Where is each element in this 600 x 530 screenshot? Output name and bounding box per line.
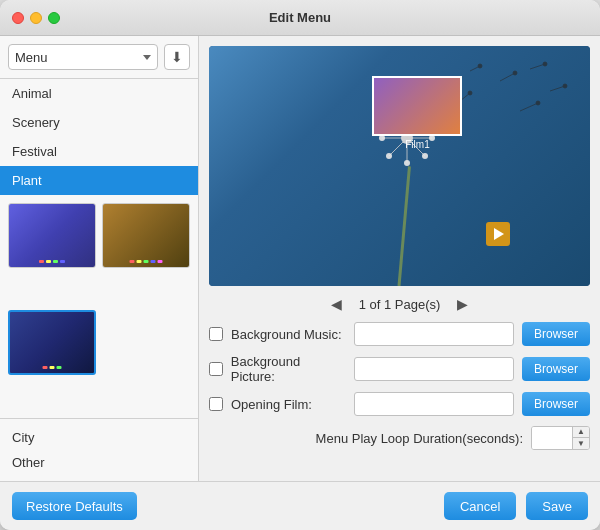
- svg-point-10: [404, 160, 410, 166]
- cancel-button[interactable]: Cancel: [444, 492, 516, 520]
- thumbnail-item-2[interactable]: [102, 203, 190, 268]
- bg-music-browser-button[interactable]: Browser: [522, 322, 590, 346]
- download-button[interactable]: ⬇: [164, 44, 190, 70]
- svg-point-16: [386, 153, 392, 159]
- thumbnails-grid: [0, 195, 198, 418]
- opening-film-input[interactable]: [354, 392, 514, 416]
- close-button[interactable]: [12, 12, 24, 24]
- bg-picture-label: Background Picture:: [231, 354, 346, 384]
- content-area: Menu ⬇ Animal Scenery Festival Plant: [0, 36, 600, 481]
- svg-point-24: [563, 84, 567, 88]
- svg-point-20: [513, 71, 517, 75]
- menu-select[interactable]: Menu: [8, 44, 158, 70]
- sidebar-item-animal[interactable]: Animal: [0, 79, 198, 108]
- loop-stepper: ▲ ▼: [572, 427, 589, 449]
- page-info: 1 of 1 Page(s): [359, 297, 441, 312]
- svg-point-18: [478, 64, 482, 68]
- restore-defaults-button[interactable]: Restore Defaults: [12, 492, 137, 520]
- play-icon: [494, 228, 504, 240]
- play-button[interactable]: [486, 222, 510, 246]
- bg-picture-browser-button[interactable]: Browser: [522, 357, 590, 381]
- sidebar-item-scenery[interactable]: Scenery: [0, 108, 198, 137]
- svg-line-19: [500, 73, 515, 81]
- bg-music-input[interactable]: [354, 322, 514, 346]
- sidebar-item-other[interactable]: Other: [0, 450, 198, 475]
- sidebar-item-plant[interactable]: Plant: [0, 166, 198, 195]
- window-controls: [12, 12, 60, 24]
- loop-input-group: 30 ▲ ▼: [531, 426, 590, 450]
- opening-film-checkbox[interactable]: [209, 397, 223, 411]
- film-thumbnail-label: Film1: [405, 139, 429, 150]
- menu-category-list: Animal Scenery Festival Plant: [0, 79, 198, 195]
- svg-point-26: [468, 91, 472, 95]
- thumbnail-item-3[interactable]: [8, 310, 96, 375]
- flying-seeds: [450, 61, 570, 144]
- sidebar-item-festival[interactable]: Festival: [0, 137, 198, 166]
- bg-music-label: Background Music:: [231, 327, 346, 342]
- bg-music-row: Background Music: Browser: [209, 322, 590, 346]
- loop-duration-row: Menu Play Loop Duration(seconds): 30 ▲ ▼: [209, 426, 590, 450]
- pagination-bar: ◀ 1 of 1 Page(s) ▶: [209, 286, 590, 322]
- svg-point-28: [536, 101, 540, 105]
- footer: Restore Defaults Cancel Save: [0, 481, 600, 530]
- bg-music-checkbox[interactable]: [209, 327, 223, 341]
- maximize-button[interactable]: [48, 12, 60, 24]
- title-bar: Edit Menu: [0, 0, 600, 36]
- bg-picture-row: Background Picture: Browser: [209, 354, 590, 384]
- opening-film-label: Opening Film:: [231, 397, 346, 412]
- svg-point-14: [422, 153, 428, 159]
- preview-background: Film1: [209, 46, 590, 286]
- sidebar: Menu ⬇ Animal Scenery Festival Plant: [0, 36, 199, 481]
- svg-line-27: [520, 103, 538, 111]
- sidebar-toolbar: Menu ⬇: [0, 36, 198, 79]
- save-button[interactable]: Save: [526, 492, 588, 520]
- loop-increment-button[interactable]: ▲: [573, 427, 589, 438]
- sidebar-item-city[interactable]: City: [0, 425, 198, 450]
- dandelion-stem: [398, 166, 411, 286]
- sidebar-extra-items: City Other: [0, 418, 198, 481]
- next-page-button[interactable]: ▶: [452, 294, 472, 314]
- svg-line-8: [389, 138, 407, 156]
- bg-picture-checkbox[interactable]: [209, 362, 223, 376]
- opening-film-browser-button[interactable]: Browser: [522, 392, 590, 416]
- loop-duration-label: Menu Play Loop Duration(seconds):: [316, 431, 523, 446]
- opening-film-row: Opening Film: Browser: [209, 392, 590, 416]
- window-title: Edit Menu: [269, 10, 331, 25]
- minimize-button[interactable]: [30, 12, 42, 24]
- footer-actions: Cancel Save: [444, 492, 588, 520]
- bg-picture-input[interactable]: [354, 357, 514, 381]
- main-panel: Film1 ◀ 1 of 1 Page(s) ▶ Background: [199, 36, 600, 481]
- thumbnail-item-1[interactable]: [8, 203, 96, 268]
- loop-duration-input[interactable]: 30: [532, 427, 572, 449]
- film-thumbnail[interactable]: Film1: [372, 76, 462, 136]
- prev-page-button[interactable]: ◀: [327, 294, 347, 314]
- loop-decrement-button[interactable]: ▼: [573, 438, 589, 449]
- preview-area: Film1: [209, 46, 590, 286]
- options-form: Background Music: Browser Background Pic…: [209, 322, 590, 450]
- main-window: Edit Menu Menu ⬇ Animal Scenery Festival…: [0, 0, 600, 530]
- svg-point-22: [543, 62, 547, 66]
